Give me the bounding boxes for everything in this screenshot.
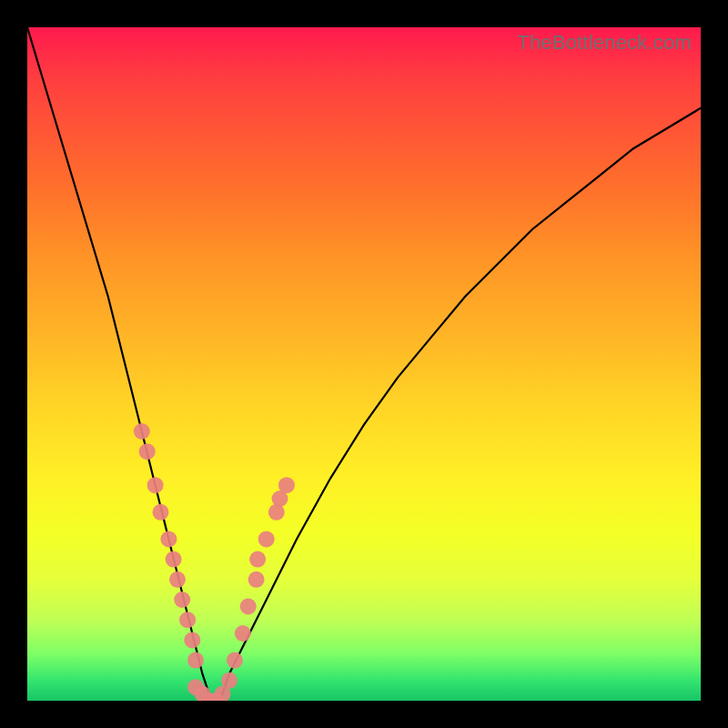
data-marker xyxy=(139,443,156,460)
data-marker xyxy=(147,477,164,493)
data-marker xyxy=(258,531,275,547)
data-marker xyxy=(248,571,265,588)
data-marker xyxy=(184,632,200,648)
data-marker xyxy=(187,652,204,669)
data-marker xyxy=(174,592,190,608)
bottleneck-curve xyxy=(27,27,701,701)
data-marker xyxy=(249,551,266,568)
data-marker xyxy=(179,612,196,628)
data-marker xyxy=(227,652,243,669)
data-marker xyxy=(221,672,238,689)
marker-layer xyxy=(134,423,295,701)
data-marker xyxy=(134,423,150,440)
data-marker xyxy=(160,531,177,547)
data-marker xyxy=(278,477,295,493)
data-marker xyxy=(235,625,251,642)
curve-path xyxy=(27,27,701,701)
data-marker xyxy=(153,504,169,521)
data-marker xyxy=(169,571,186,588)
data-marker xyxy=(166,551,182,568)
chart-frame: TheBottleneck.com xyxy=(0,0,728,728)
data-marker xyxy=(240,598,257,614)
plot-area: TheBottleneck.com xyxy=(27,27,701,701)
